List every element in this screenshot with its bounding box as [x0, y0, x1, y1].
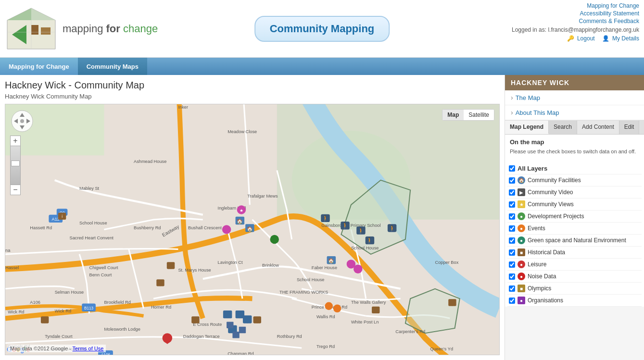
svg-point-133 [222, 225, 231, 234]
svg-text:🚶: 🚶 [389, 225, 396, 233]
on-the-map-title: On the map [510, 138, 639, 146]
zoom-control: + − [10, 136, 21, 195]
layer-community-facilities: 🏠 Community Facilities [507, 174, 642, 186]
svg-text:THE FRAMING WORKS: THE FRAMING WORKS [279, 290, 328, 295]
svg-text:Wick Rd: Wick Rd [8, 310, 24, 314]
svg-marker-1 [31, 8, 55, 20]
svg-point-138 [163, 333, 173, 343]
svg-text:Queen's Yd: Queen's Yd [430, 347, 453, 351]
svg-text:Wallis Rd: Wallis Rd [316, 314, 335, 319]
layer-community-video-checkbox[interactable] [509, 189, 515, 196]
zoom-slider[interactable] [10, 146, 21, 185]
layer-leisure-checkbox[interactable] [509, 261, 515, 268]
map-section: Hackney Wick - Community Map Hackney Wic… [0, 75, 505, 360]
sidebar-section-title: HACKNEY WICK [505, 75, 644, 90]
layer-community-facilities-checkbox[interactable] [509, 177, 515, 184]
svg-text:Hackney Wick: Hackney Wick [302, 354, 330, 355]
svg-text:A106: A106 [30, 300, 40, 305]
events-icon: ● [518, 224, 525, 232]
tab-map-legend[interactable]: Map Legend [505, 121, 549, 134]
logout-link[interactable]: 🔑 Logout [567, 35, 595, 42]
map-type-controls: Map Satellite [442, 109, 494, 121]
community-mapping-badge: Community Mapping [254, 16, 390, 42]
map-button[interactable]: Map [442, 110, 464, 120]
layer-community-facilities-label: Community Facilities [528, 177, 581, 184]
sidebar-nav: The Map About This Map [505, 90, 644, 121]
layer-community-views: ★ Community Views [507, 199, 642, 211]
layer-historical-data-label: Historical Data [528, 249, 565, 256]
map-container[interactable]: Map Satellite + − [5, 104, 500, 355]
svg-text:★: ★ [240, 208, 243, 213]
svg-text:Daddogan Terrace: Daddogan Terrace [183, 334, 220, 339]
layer-historical-data-checkbox[interactable] [509, 249, 515, 256]
top-right-area: Mapping for Change Accessibility Stateme… [512, 2, 639, 42]
layer-all-layers-checkbox[interactable] [509, 165, 515, 172]
svg-text:Benn Court: Benn Court [89, 273, 112, 277]
tab-search[interactable]: Search [549, 121, 577, 134]
svg-text:Faber House: Faber House [312, 265, 337, 270]
svg-text:🏠: 🏠 [247, 226, 253, 232]
svg-text:Inker: Inker [178, 105, 188, 110]
zoom-in-button[interactable]: + [10, 136, 21, 146]
layer-events-checkbox[interactable] [509, 225, 515, 232]
svg-text:Tyndale Court: Tyndale Court [45, 334, 73, 339]
svg-text:🚶: 🚶 [366, 237, 374, 245]
svg-text:White Post Ln: White Post Ln [351, 320, 379, 324]
layer-list: All Layers 🏠 Community Facilities ▶ Comm… [505, 163, 644, 307]
layer-green-space-checkbox[interactable] [509, 237, 515, 244]
layer-noise-data-checkbox[interactable] [509, 273, 515, 280]
terms-of-use-link[interactable]: Terms of Use [73, 346, 104, 351]
svg-text:Wick Rd: Wick Rd [55, 309, 71, 313]
layer-organisations-checkbox[interactable] [509, 298, 515, 304]
layer-olympics: ■ Olympics [507, 283, 642, 295]
svg-point-142 [270, 235, 278, 244]
mapping-for-change-link[interactable]: Mapping for Change [587, 2, 639, 9]
svg-rect-145 [232, 332, 239, 338]
svg-text:B113: B113 [84, 306, 94, 310]
nav-mapping-for-change[interactable]: Mapping for Change [0, 58, 78, 75]
my-details-link[interactable]: 👤 My Details [602, 35, 639, 42]
layer-community-views-checkbox[interactable] [509, 201, 515, 208]
layer-olympics-checkbox[interactable] [509, 286, 515, 292]
zoom-out-button[interactable]: − [10, 185, 21, 195]
layer-organisations-label: Organisations [528, 297, 563, 304]
layer-noise-data: ● Noise Data [507, 271, 642, 283]
map-footer: Map data ©2012 Google - Terms of Use [8, 345, 106, 352]
layer-noise-data-label: Noise Data [528, 273, 556, 280]
layer-community-video: ▶ Community Video [507, 186, 642, 199]
layer-scroll-area: All Layers 🏠 Community Facilities ▶ Comm… [505, 163, 644, 360]
svg-point-13 [20, 119, 24, 123]
layer-community-views-label: Community Views [528, 201, 574, 208]
layer-historical-data: ■ Historical Data [507, 247, 642, 259]
svg-text:School House: School House [351, 246, 379, 250]
layer-all-layers: All Layers [507, 163, 642, 174]
layer-community-video-label: Community Video [528, 189, 573, 196]
svg-text:School House: School House [297, 277, 325, 282]
sidebar-nav-about-map[interactable]: About This Map [505, 105, 644, 120]
svg-text:Bushall Crescent: Bushall Crescent [188, 225, 222, 230]
layer-scroll-wrapper[interactable]: All Layers 🏠 Community Facilities ▶ Comm… [505, 163, 644, 360]
svg-text:Trafalgar Mews: Trafalgar Mews [247, 194, 278, 199]
page-title-area: Hackney Wick - Community Map Hackney Wic… [5, 80, 500, 100]
svg-text:St. Marys House: St. Marys House [178, 268, 211, 273]
sidebar-nav-the-map[interactable]: The Map [505, 90, 644, 105]
layer-all-layers-label: All Layers [518, 165, 547, 172]
svg-text:i: i [62, 214, 63, 219]
tab-add-content[interactable]: Add Content [577, 121, 619, 134]
logout-icon: 🔑 [567, 35, 574, 42]
community-facilities-icon: 🏠 [518, 176, 525, 184]
legend-content: On the map Please use the check boxes to… [505, 135, 644, 163]
svg-text:Brinklow: Brinklow [262, 263, 279, 268]
svg-text:Brookfield Rd: Brookfield Rd [104, 300, 130, 305]
satellite-button[interactable]: Satellite [464, 110, 494, 120]
comments-feedback-link[interactable]: Comments & Feedback [579, 18, 639, 25]
svg-text:Carpenter's Rd: Carpenter's Rd [395, 329, 425, 334]
pan-control[interactable] [10, 109, 34, 133]
layer-events: ● Events [507, 223, 642, 235]
svg-text:Hassett Rd: Hassett Rd [30, 225, 52, 230]
layer-development-projects-checkbox[interactable] [509, 213, 515, 220]
accessibility-statement-link[interactable]: Accessibility Statement [580, 10, 639, 17]
tab-edit[interactable]: Edit [619, 121, 640, 134]
svg-text:Hassel: Hassel [5, 265, 19, 270]
nav-community-maps[interactable]: Community Maps [78, 58, 147, 75]
